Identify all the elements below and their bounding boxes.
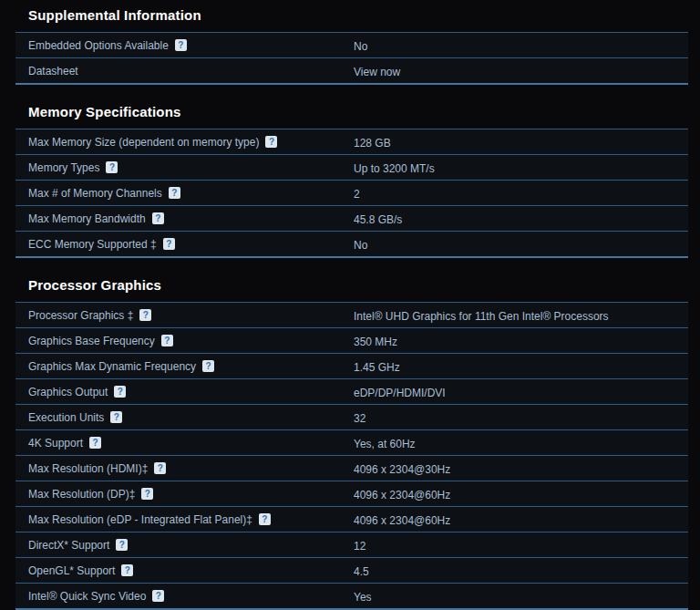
help-icon[interactable]: ? — [141, 488, 153, 500]
spec-label: Graphics Max Dynamic Frequency — [28, 360, 196, 373]
spec-label: Memory Types — [28, 161, 99, 174]
spec-row: Max Memory Size (dependent on memory typ… — [15, 129, 688, 154]
spec-section: Memory Specifications Max Memory Size (d… — [15, 102, 688, 258]
spec-label-cell: 4K Support ? — [15, 437, 354, 450]
spec-label: Max Resolution (DP)‡ — [28, 488, 135, 501]
spec-label-cell: Max Memory Size (dependent on memory typ… — [15, 136, 354, 149]
spec-label-cell: ECC Memory Supported ‡ ? — [15, 238, 354, 251]
spec-value-cell: 4096 x 2304@30Hz — [354, 460, 688, 477]
spec-label: Max # of Memory Channels — [28, 187, 162, 200]
spec-row: Graphics Base Frequency ? 350 MHz — [15, 327, 688, 353]
spec-label-cell: Graphics Base Frequency ? — [15, 335, 354, 347]
help-icon[interactable]: ? — [202, 360, 214, 372]
spec-row: Max Resolution (eDP - Integrated Flat Pa… — [15, 506, 688, 532]
spec-label: Execution Units — [28, 411, 104, 424]
datasheet-link[interactable]: View now — [354, 66, 400, 78]
help-icon[interactable]: ? — [139, 309, 151, 321]
spec-value: Yes, at 60Hz — [354, 438, 416, 450]
spec-value-cell: Up to 3200 MT/s — [354, 160, 688, 176]
help-icon[interactable]: ? — [114, 386, 126, 398]
spec-label-cell: DirectX* Support ? — [15, 539, 354, 552]
help-icon[interactable]: ? — [265, 136, 277, 148]
spec-value: Up to 3200 MT/s — [354, 162, 435, 175]
spec-value: 128 GB — [354, 137, 391, 150]
spec-label-cell: Memory Types ? — [15, 161, 354, 174]
spec-label: Graphics Base Frequency — [28, 335, 155, 347]
spec-label: Embedded Options Available — [28, 39, 169, 52]
section-rows: Processor Graphics ‡ ? Intel® UHD Graphi… — [15, 302, 688, 610]
spec-row: Datasheet View now — [15, 57, 688, 83]
spec-value-cell: 4.5 — [354, 563, 688, 579]
help-icon[interactable]: ? — [161, 335, 173, 346]
spec-value-cell: No — [354, 236, 688, 253]
spec-label-cell: Max Resolution (eDP - Integrated Flat Pa… — [15, 513, 354, 526]
help-icon[interactable]: ? — [116, 539, 128, 551]
spec-label-cell: Max # of Memory Channels ? — [15, 187, 354, 200]
spec-label-cell: Max Resolution (DP)‡ ? — [15, 488, 354, 501]
spec-row: Graphics Max Dynamic Frequency ? 1.45 GH… — [15, 353, 688, 378]
help-icon[interactable]: ? — [152, 212, 164, 224]
spec-row: ECC Memory Supported ‡ ? No — [15, 231, 688, 256]
section-title: Processor Graphics — [15, 275, 688, 295]
help-icon[interactable]: ? — [169, 187, 180, 199]
help-icon[interactable]: ? — [106, 161, 118, 173]
spec-value: No — [354, 40, 367, 53]
spec-value: 2 — [354, 188, 360, 201]
help-icon[interactable]: ? — [152, 590, 164, 602]
spec-label-cell: Graphics Max Dynamic Frequency ? — [15, 360, 354, 373]
spec-value-cell: View now — [354, 63, 688, 79]
spec-value-cell: 350 MHz — [354, 333, 688, 349]
spec-row: 4K Support ? Yes, at 60Hz — [15, 429, 688, 455]
spec-label-cell: Datasheet — [15, 65, 354, 78]
help-icon[interactable]: ? — [89, 437, 101, 449]
spec-value: 4096 x 2304@60Hz — [354, 514, 450, 527]
section-title: Supplemental Information — [15, 5, 688, 26]
spec-sections-container: Supplemental Information Embedded Option… — [0, 5, 700, 610]
spec-value: 12 — [354, 540, 365, 553]
help-icon[interactable]: ? — [175, 39, 187, 51]
spec-page: Supplemental Information Embedded Option… — [0, 0, 700, 610]
spec-value-cell: 1.45 GHz — [354, 358, 688, 375]
spec-value-cell: eDP/DP/HDMI/DVI — [354, 384, 688, 400]
spec-label-cell: Processor Graphics ‡ ? — [15, 309, 354, 322]
spec-label: ECC Memory Supported ‡ — [28, 238, 157, 251]
section-rows: Embedded Options Available ? No Datashee… — [15, 32, 688, 85]
spec-value: 350 MHz — [354, 336, 397, 348]
spec-value: eDP/DP/HDMI/DVI — [354, 387, 446, 399]
spec-label: Max Memory Size (dependent on memory typ… — [28, 136, 259, 149]
spec-label-cell: Execution Units ? — [15, 411, 354, 424]
help-icon[interactable]: ? — [154, 462, 166, 474]
section-rows: Max Memory Size (dependent on memory typ… — [15, 129, 688, 258]
spec-label: Max Resolution (eDP - Integrated Flat Pa… — [28, 513, 252, 526]
spec-value: 45.8 GB/s — [354, 213, 402, 226]
spec-value-cell: 45.8 GB/s — [354, 211, 688, 227]
spec-row: Processor Graphics ‡ ? Intel® UHD Graphi… — [15, 302, 688, 327]
spec-label: Max Resolution (HDMI)‡ — [28, 462, 148, 475]
spec-row: OpenGL* Support ? 4.5 — [15, 557, 688, 583]
spec-label: Intel® Quick Sync Video — [28, 590, 146, 603]
help-icon[interactable]: ? — [110, 411, 122, 423]
spec-row: Max Resolution (DP)‡ ? 4096 x 2304@60Hz — [15, 481, 688, 506]
spec-label-cell: Intel® Quick Sync Video ? — [15, 590, 354, 603]
help-icon[interactable]: ? — [259, 513, 271, 525]
spec-value-cell: Intel® UHD Graphics for 11th Gen Intel® … — [354, 307, 688, 324]
help-icon[interactable]: ? — [163, 238, 175, 250]
spec-label: DirectX* Support — [28, 539, 109, 552]
spec-row: Intel® Quick Sync Video ? Yes — [15, 583, 688, 608]
spec-label-cell: Max Memory Bandwidth ? — [15, 212, 354, 225]
spec-value-cell: 128 GB — [354, 134, 688, 150]
spec-label-cell: OpenGL* Support ? — [15, 564, 354, 577]
spec-value: 1.45 GHz — [354, 361, 400, 374]
spec-label: Datasheet — [28, 65, 78, 78]
spec-label: 4K Support — [28, 437, 83, 450]
spec-value: 32 — [354, 412, 365, 425]
spec-label: Graphics Output — [28, 386, 108, 398]
spec-value-cell: Yes, at 60Hz — [354, 435, 688, 451]
spec-value-cell: 4096 x 2304@60Hz — [354, 486, 688, 502]
help-icon[interactable]: ? — [121, 564, 133, 576]
spec-value: 4.5 — [354, 565, 369, 578]
spec-value: Yes — [354, 591, 372, 604]
spec-section: Supplemental Information Embedded Option… — [15, 5, 688, 85]
spec-value-cell: 32 — [354, 409, 688, 426]
section-title: Memory Specifications — [15, 102, 688, 122]
